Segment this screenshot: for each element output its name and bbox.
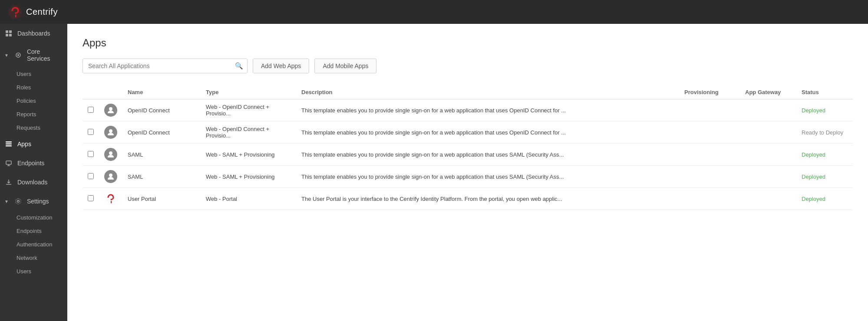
svg-rect-4 <box>6 34 8 36</box>
app-type-3: Web - SAML + Provisioning <box>201 166 296 188</box>
apps-icon <box>4 140 13 148</box>
logo-text: Centrify <box>26 7 58 17</box>
row-checkbox-4[interactable] <box>88 195 94 201</box>
logo[interactable]: Centrify <box>8 5 58 20</box>
sidebar: Dashboards ▼ Core Services Users Roles P… <box>0 24 67 321</box>
row-checkbox-3[interactable] <box>88 173 94 179</box>
sidebar-item-dashboards[interactable]: Dashboards <box>0 24 67 43</box>
app-name-3: SAML <box>122 166 201 188</box>
sidebar-dashboards-label: Dashboards <box>17 30 50 37</box>
app-description-0: This template enables you to provide sin… <box>296 99 679 121</box>
app-status-0: Deployed <box>796 99 853 121</box>
sidebar-item-settings[interactable]: ▼ Settings <box>0 192 67 211</box>
status-badge-0: Deployed <box>802 107 825 114</box>
sidebar-item-endpoints[interactable]: Endpoints <box>0 154 67 173</box>
table-row: User PortalWeb - PortalThe User Portal i… <box>83 188 853 210</box>
chevron-right-icon: ▼ <box>4 199 9 204</box>
table-header-row: Name Type Description Provisioning App G… <box>83 85 853 99</box>
search-wrapper: 🔍 <box>83 59 248 73</box>
sidebar-sub-network[interactable]: Network <box>0 251 67 265</box>
col-header-status: Status <box>796 85 853 99</box>
core-services-icon <box>14 51 23 59</box>
settings-icon <box>14 197 23 206</box>
app-icon-person <box>104 126 117 139</box>
add-mobile-apps-button[interactable]: Add Mobile Apps <box>314 59 376 73</box>
app-name-4: User Portal <box>122 188 201 210</box>
app-provisioning-3 <box>679 166 740 188</box>
app-type-2: Web - SAML + Provisioning <box>201 144 296 166</box>
svg-rect-2 <box>6 30 8 33</box>
status-badge-3: Deployed <box>802 174 825 180</box>
sidebar-sub-requests[interactable]: Requests <box>0 121 67 134</box>
table-row: OpenID ConnectWeb - OpenID Connect + Pro… <box>83 99 853 121</box>
col-header-check <box>83 85 99 99</box>
app-gateway-1 <box>740 121 796 144</box>
app-gateway-0 <box>740 99 796 121</box>
centrify-logo-icon <box>8 5 23 20</box>
row-checkbox-1[interactable] <box>88 129 94 135</box>
dashboards-icon <box>4 29 13 38</box>
app-type-0: Web - OpenID Connect + Provisio... <box>201 99 296 121</box>
app-gateway-4 <box>740 188 796 210</box>
app-status-1: Ready to Deploy <box>796 121 853 144</box>
svg-point-12 <box>109 107 112 111</box>
add-web-apps-button[interactable]: Add Web Apps <box>253 59 309 73</box>
app-name-1: OpenID Connect <box>122 121 201 144</box>
app-name-0: OpenID Connect <box>122 99 201 121</box>
svg-rect-10 <box>6 145 12 147</box>
app-provisioning-2 <box>679 144 740 166</box>
app-type-1: Web - OpenID Connect + Provisio... <box>201 121 296 144</box>
app-gateway-3 <box>740 166 796 188</box>
table-row: SAMLWeb - SAML + ProvisioningThis templa… <box>83 166 853 188</box>
app-description-4: The User Portal is your interface to the… <box>296 188 679 210</box>
search-input[interactable] <box>83 59 248 73</box>
main-layout: Dashboards ▼ Core Services Users Roles P… <box>0 24 868 321</box>
app-status-2: Deployed <box>796 144 853 166</box>
sidebar-core-services-label: Core Services <box>27 48 63 62</box>
sidebar-sub-policies[interactable]: Policies <box>0 94 67 108</box>
app-type-4: Web - Portal <box>201 188 296 210</box>
svg-point-7 <box>17 54 19 56</box>
col-header-icon <box>99 85 122 99</box>
svg-rect-9 <box>6 144 12 145</box>
app-status-4: Deployed <box>796 188 853 210</box>
col-header-name: Name <box>122 85 201 99</box>
search-icon: 🔍 <box>235 62 243 70</box>
table-row: OpenID ConnectWeb - OpenID Connect + Pro… <box>83 121 853 144</box>
chevron-down-icon: ▼ <box>4 53 9 58</box>
app-icon-person <box>104 104 117 117</box>
sidebar-item-downloads[interactable]: Downloads <box>0 173 67 192</box>
app-icon-person <box>104 148 117 161</box>
page-title: Apps <box>83 37 853 49</box>
sidebar-sub-endpoints[interactable]: Endpoints <box>0 224 67 238</box>
app-provisioning-4 <box>679 188 740 210</box>
sidebar-downloads-label: Downloads <box>17 179 47 186</box>
app-description-1: This template enables you to provide sin… <box>296 121 679 144</box>
sidebar-settings-label: Settings <box>27 198 49 205</box>
sidebar-sub-users[interactable]: Users <box>0 67 67 81</box>
app-provisioning-0 <box>679 99 740 121</box>
apps-table: Name Type Description Provisioning App G… <box>83 85 853 210</box>
sidebar-endpoints-label: Endpoints <box>17 160 44 167</box>
row-checkbox-2[interactable] <box>88 151 94 157</box>
app-description-2: This template enables you to provide sin… <box>296 144 679 166</box>
svg-rect-8 <box>6 141 12 143</box>
app-provisioning-1 <box>679 121 740 144</box>
col-header-description: Description <box>296 85 679 99</box>
endpoints-icon <box>4 159 13 167</box>
svg-point-15 <box>109 174 112 177</box>
table-row: SAMLWeb - SAML + ProvisioningThis templa… <box>83 144 853 166</box>
sidebar-item-core-services[interactable]: ▼ Core Services <box>0 43 67 67</box>
sidebar-sub-users-settings[interactable]: Users <box>0 265 67 278</box>
sidebar-sub-roles[interactable]: Roles <box>0 81 67 94</box>
row-checkbox-0[interactable] <box>88 107 94 113</box>
sidebar-apps-label: Apps <box>17 141 31 147</box>
app-icon-centrify <box>104 192 117 205</box>
sidebar-sub-reports[interactable]: Reports <box>0 108 67 121</box>
sidebar-sub-customization[interactable]: Customization <box>0 211 67 224</box>
svg-point-16 <box>111 199 112 200</box>
svg-rect-5 <box>9 34 12 36</box>
sidebar-item-apps[interactable]: Apps <box>0 134 67 154</box>
app-status-3: Deployed <box>796 166 853 188</box>
sidebar-sub-authentication[interactable]: Authentication <box>0 238 67 251</box>
